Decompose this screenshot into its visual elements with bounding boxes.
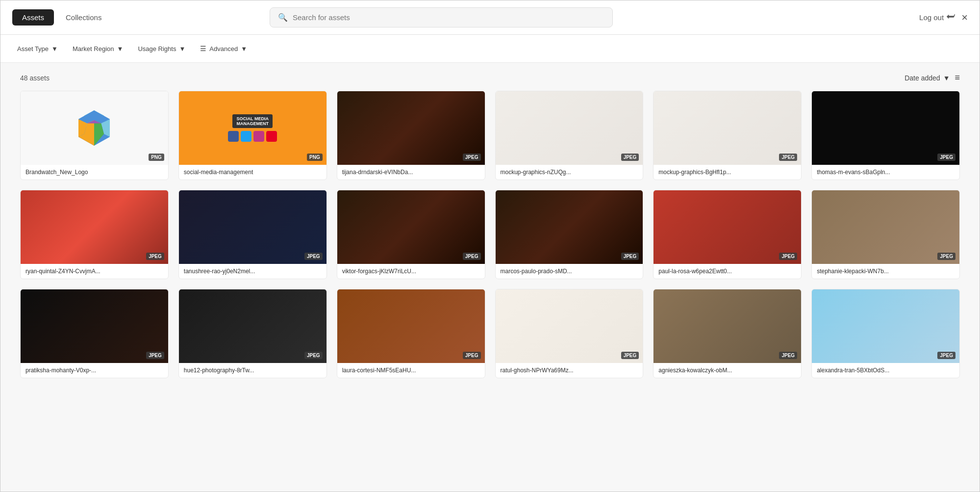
content-area: 48 assets Date added ▼ ≡ bbox=[0, 63, 980, 492]
sort-button[interactable]: Date added ▼ bbox=[905, 74, 950, 82]
asset-name: viktor-forgacs-jKlzW7riLcU... bbox=[337, 264, 485, 279]
format-badge: JPEG bbox=[937, 154, 955, 161]
format-badge: JPEG bbox=[463, 253, 481, 260]
asset-thumbnail: JPEG bbox=[21, 289, 168, 363]
asset-card[interactable]: JPEG mockup-graphics-nZUQg... bbox=[495, 91, 644, 180]
asset-card[interactable]: JPEG marcos-paulo-prado-sMD... bbox=[495, 190, 644, 279]
format-badge: JPEG bbox=[463, 352, 481, 359]
close-button[interactable]: × bbox=[961, 11, 968, 24]
search-icon: 🔍 bbox=[278, 13, 288, 22]
sort-order-button[interactable]: ≡ bbox=[955, 73, 960, 83]
asset-thumbnail: SOCIAL MEDIAMANAGEMENT PNG bbox=[179, 91, 327, 165]
filter-advanced-label: Advanced bbox=[209, 45, 238, 52]
filter-usage-rights[interactable]: Usage Rights ▼ bbox=[133, 42, 190, 55]
chevron-down-icon: ▼ bbox=[51, 45, 58, 52]
asset-name: hue12-photography-8rTw... bbox=[179, 363, 327, 378]
chevron-down-icon: ▼ bbox=[117, 45, 124, 52]
filter-asset-type[interactable]: Asset Type ▼ bbox=[12, 42, 63, 55]
asset-card[interactable]: JPEG ryan-quintal-Z4YN-CvvjmA... bbox=[20, 190, 169, 279]
header-actions: Log out ⮨ × bbox=[919, 11, 968, 24]
asset-card[interactable]: JPEG agnieszka-kowalczyk-obM... bbox=[653, 289, 802, 378]
asset-card[interactable]: JPEG tijana-drndarski-eVINbDa... bbox=[337, 91, 485, 180]
asset-card[interactable]: JPEG stephanie-klepacki-WN7b... bbox=[811, 190, 960, 279]
asset-name: ryan-quintal-Z4YN-CvvjmA... bbox=[21, 264, 168, 279]
filter-usage-rights-label: Usage Rights bbox=[138, 45, 176, 52]
asset-card[interactable]: JPEG hue12-photography-8rTw... bbox=[178, 289, 327, 378]
search-input[interactable] bbox=[293, 13, 604, 22]
asset-name: Brandwatch_New_Logo bbox=[21, 165, 168, 180]
content-header: 48 assets Date added ▼ ≡ bbox=[20, 73, 960, 83]
asset-thumbnail: JPEG bbox=[653, 91, 801, 165]
format-badge: JPEG bbox=[779, 352, 797, 359]
asset-thumbnail: JPEG bbox=[653, 190, 801, 264]
asset-card[interactable]: JPEG pratiksha-mohanty-V0xp-... bbox=[20, 289, 169, 378]
logout-label: Log out bbox=[919, 13, 944, 22]
asset-name: mockup-graphics-nZUQg... bbox=[496, 165, 643, 180]
filter-market-region[interactable]: Market Region ▼ bbox=[68, 42, 128, 55]
asset-name: alexandra-tran-5BXbtOdS... bbox=[812, 363, 959, 378]
format-badge: JPEG bbox=[937, 352, 955, 359]
format-badge: JPEG bbox=[621, 352, 639, 359]
asset-thumbnail: JPEG bbox=[337, 91, 485, 165]
header: Assets Collections 🔍 Log out ⮨ × bbox=[0, 0, 980, 35]
asset-name: social-media-management bbox=[179, 165, 327, 180]
asset-thumbnail: JPEG bbox=[337, 289, 485, 363]
asset-thumbnail: JPEG bbox=[653, 289, 801, 363]
format-badge: JPEG bbox=[937, 253, 955, 260]
asset-name: stephanie-klepacki-WN7b... bbox=[812, 264, 959, 279]
asset-card[interactable]: SOCIAL MEDIAMANAGEMENT PNG social-media-… bbox=[178, 91, 327, 180]
asset-thumbnail: JPEG bbox=[179, 289, 327, 363]
chevron-down-icon: ▼ bbox=[943, 74, 950, 82]
asset-name: tanushree-rao-yj0eN2mel... bbox=[179, 264, 327, 279]
asset-name: thomas-m-evans-sBaGpln... bbox=[812, 165, 959, 180]
filter-asset-type-label: Asset Type bbox=[17, 45, 49, 52]
format-badge: JPEG bbox=[146, 253, 164, 260]
format-badge: JPEG bbox=[304, 352, 323, 359]
filter-market-region-label: Market Region bbox=[73, 45, 114, 52]
asset-name: mockup-graphics-BgHfl1p... bbox=[653, 165, 801, 180]
asset-name: marcos-paulo-prado-sMD... bbox=[496, 264, 643, 279]
asset-card[interactable]: JPEG thomas-m-evans-sBaGpln... bbox=[811, 91, 960, 180]
asset-name: ratul-ghosh-NPrWYa69Mz... bbox=[496, 363, 643, 378]
asset-thumbnail: JPEG bbox=[496, 289, 643, 363]
sort-controls: Date added ▼ ≡ bbox=[905, 73, 960, 83]
asset-thumbnail: JPEG bbox=[812, 190, 959, 264]
tab-assets[interactable]: Assets bbox=[12, 9, 54, 26]
chevron-down-icon: ▼ bbox=[179, 45, 185, 52]
asset-thumbnail: JPEG bbox=[337, 190, 485, 264]
asset-name: tijana-drndarski-eVINbDa... bbox=[337, 165, 485, 180]
asset-card[interactable]: JPEG ratul-ghosh-NPrWYa69Mz... bbox=[495, 289, 644, 378]
asset-card[interactable]: JPEG laura-cortesi-NMF5sEaHU... bbox=[337, 289, 485, 378]
asset-card[interactable]: JPEG viktor-forgacs-jKlzW7riLcU... bbox=[337, 190, 485, 279]
asset-name: pratiksha-mohanty-V0xp-... bbox=[21, 363, 168, 378]
asset-card[interactable]: JPEG tanushree-rao-yj0eN2mel... bbox=[178, 190, 327, 279]
asset-card[interactable]: JPEG alexandra-tran-5BXbtOdS... bbox=[811, 289, 960, 378]
sort-order-icon: ≡ bbox=[955, 73, 960, 83]
format-badge: JPEG bbox=[779, 253, 797, 260]
asset-thumbnail: JPEG bbox=[496, 190, 643, 264]
format-badge: JPEG bbox=[779, 154, 797, 161]
logout-icon: ⮨ bbox=[947, 12, 955, 23]
logout-button[interactable]: Log out ⮨ bbox=[919, 12, 955, 23]
filter-advanced[interactable]: ☰ Advanced ▼ bbox=[195, 42, 252, 55]
format-badge: PNG bbox=[307, 154, 323, 161]
sort-label: Date added bbox=[905, 74, 940, 82]
asset-count: 48 assets bbox=[20, 74, 50, 82]
asset-card[interactable]: PNG Brandwatch_New_Logo bbox=[20, 91, 169, 180]
asset-thumbnail: JPEG bbox=[21, 190, 168, 264]
tab-collections[interactable]: Collections bbox=[56, 9, 111, 26]
filter-bar: Asset Type ▼ Market Region ▼ Usage Right… bbox=[0, 35, 980, 63]
asset-name: paul-la-rosa-w6pea2Ewtt0... bbox=[653, 264, 801, 279]
sliders-icon: ☰ bbox=[200, 45, 206, 52]
asset-card[interactable]: JPEG mockup-graphics-BgHfl1p... bbox=[653, 91, 802, 180]
format-badge: JPEG bbox=[146, 352, 164, 359]
format-badge: JPEG bbox=[304, 253, 323, 260]
asset-name: agnieszka-kowalczyk-obM... bbox=[653, 363, 801, 378]
format-badge: JPEG bbox=[621, 154, 639, 161]
asset-thumbnail: JPEG bbox=[812, 91, 959, 165]
asset-card[interactable]: JPEG paul-la-rosa-w6pea2Ewtt0... bbox=[653, 190, 802, 279]
format-badge: JPEG bbox=[621, 253, 639, 260]
chevron-down-icon: ▼ bbox=[241, 45, 247, 52]
asset-thumbnail: JPEG bbox=[496, 91, 643, 165]
format-badge: PNG bbox=[149, 154, 164, 161]
